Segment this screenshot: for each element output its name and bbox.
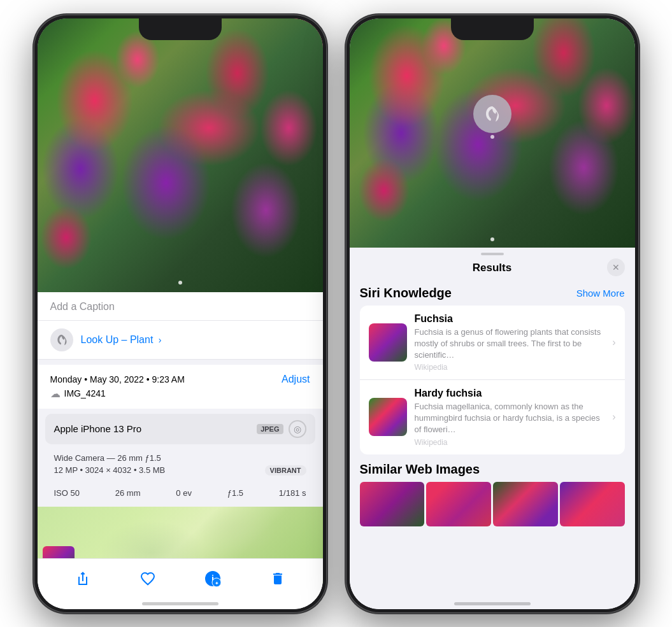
siri-bubble — [473, 95, 511, 133]
meta-filename-row: ☁ IMG_4241 — [50, 388, 310, 400]
meta-date: Monday • May 30, 2022 • 9:23 AM — [50, 374, 185, 384]
vibrant-badge: VIBRANT — [265, 465, 306, 476]
web-images-grid — [360, 482, 625, 526]
heart-icon — [140, 571, 155, 586]
exif-iso: ISO 50 — [54, 488, 80, 498]
bottom-toolbar: i ✦ — [38, 558, 323, 609]
results-header: Results ✕ — [350, 255, 635, 279]
flower-photo-right — [350, 18, 635, 248]
adjust-button[interactable]: Adjust — [282, 374, 310, 385]
close-button[interactable]: ✕ — [607, 258, 625, 276]
lookup-icon — [50, 328, 73, 351]
lookup-label: Look Up – Plant › — [81, 334, 162, 346]
lookup-subject: Plant — [130, 334, 153, 345]
caption-placeholder[interactable]: Add a Caption — [50, 301, 115, 312]
photo-area-right — [350, 18, 635, 248]
hardy-source: Wikipedia — [415, 438, 608, 447]
notch — [139, 18, 222, 40]
web-image-1[interactable] — [360, 482, 425, 526]
home-indicator-left — [142, 602, 218, 605]
share-button[interactable] — [69, 565, 97, 593]
left-screen: Add a Caption Look Up – Plant › — [38, 18, 323, 609]
hardy-chevron: › — [612, 411, 615, 423]
fuchsia-result-item[interactable]: Fuchsia Fuchsia is a genus of flowering … — [360, 306, 625, 380]
siri-leaf-icon — [482, 104, 503, 124]
web-image-4[interactable] — [560, 482, 625, 526]
camera-details: Wide Camera — 26 mm ƒ1.5 12 MP • 3024 × … — [45, 448, 315, 481]
show-more-button[interactable]: Show More — [576, 288, 625, 299]
meta-date-row: Monday • May 30, 2022 • 9:23 AM Adjust — [50, 374, 310, 385]
exif-shutter: 1/181 s — [279, 488, 306, 498]
page-dot-right — [490, 237, 494, 241]
share-icon — [75, 571, 90, 586]
notch-right — [451, 18, 534, 40]
cloud-icon: ☁ — [50, 388, 61, 400]
meta-section: Monday • May 30, 2022 • 9:23 AM Adjust ☁… — [38, 365, 323, 409]
meta-filename: IMG_4241 — [64, 388, 106, 398]
results-content: Siri Knowledge Show More Fuchsia — [350, 279, 635, 603]
fuchsia-name: Fuchsia — [415, 313, 608, 325]
device-section: Apple iPhone 13 Pro JPEG ◎ Wide Camera —… — [38, 414, 323, 503]
page-dot-left — [178, 281, 182, 285]
left-phone: Add a Caption Look Up – Plant › — [34, 15, 327, 613]
svg-text:✦: ✦ — [214, 581, 218, 586]
leaf-icon — [55, 334, 68, 346]
exif-focal: 26 mm — [115, 488, 141, 498]
device-row: Apple iPhone 13 Pro JPEG ◎ — [45, 414, 315, 444]
web-image-2[interactable] — [426, 482, 491, 526]
exif-aperture: ƒ1.5 — [227, 488, 243, 498]
info-icon: i ✦ — [203, 569, 222, 588]
hardy-fuchsia-result-item[interactable]: Hardy fuchsia Fuchsia magellanica, commo… — [360, 379, 625, 454]
right-phone: Results ✕ Siri Knowledge Show More — [346, 15, 639, 613]
web-image-3[interactable] — [493, 482, 558, 526]
fuchsia-chevron: › — [612, 337, 615, 348]
fuchsia-thumbnail — [369, 323, 407, 362]
caption-area[interactable]: Add a Caption — [38, 292, 323, 321]
hardy-thumbnail — [369, 398, 407, 436]
fuchsia-source: Wikipedia — [415, 363, 608, 372]
location-icon: ◎ — [289, 420, 306, 438]
phones-container: Add a Caption Look Up – Plant › — [21, 2, 652, 626]
web-images-section: Similar Web Images — [360, 462, 625, 526]
photo-area-left — [38, 18, 323, 292]
right-screen: Results ✕ Siri Knowledge Show More — [350, 18, 635, 609]
web-images-title: Similar Web Images — [360, 462, 625, 477]
device-name: Apple iPhone 13 Pro — [54, 423, 142, 434]
hardy-text: Hardy fuchsia Fuchsia magellanica, commo… — [415, 388, 608, 447]
jpeg-badge: JPEG — [257, 424, 283, 434]
results-title: Results — [473, 262, 511, 274]
close-icon: ✕ — [612, 262, 620, 272]
hardy-desc: Fuchsia magellanica, commonly known as t… — [415, 401, 608, 436]
device-badges: JPEG ◎ — [257, 420, 306, 438]
siri-knowledge-header: Siri Knowledge Show More — [360, 286, 625, 300]
camera-lens: Wide Camera — 26 mm ƒ1.5 — [54, 453, 306, 463]
results-panel: Results ✕ Siri Knowledge Show More — [350, 248, 635, 609]
fuchsia-thumb-img — [369, 323, 407, 362]
favorite-button[interactable] — [134, 565, 162, 593]
delete-button[interactable] — [264, 565, 292, 593]
siri-knowledge-card: Fuchsia Fuchsia is a genus of flowering … — [360, 306, 625, 454]
fuchsia-desc: Fuchsia is a genus of flowering plants t… — [415, 327, 608, 362]
lookup-chevron: › — [159, 335, 162, 345]
fuchsia-text: Fuchsia Fuchsia is a genus of flowering … — [415, 313, 608, 372]
flower-photo-left — [38, 18, 323, 292]
lookup-row[interactable]: Look Up – Plant › — [38, 321, 323, 360]
info-button[interactable]: i ✦ — [199, 565, 227, 593]
siri-knowledge-title: Siri Knowledge — [360, 286, 452, 300]
hardy-thumb-img — [369, 398, 407, 436]
trash-icon — [270, 571, 285, 586]
exif-ev: 0 ev — [176, 488, 192, 498]
hardy-name: Hardy fuchsia — [415, 388, 608, 399]
camera-resolution: 12 MP • 3024 × 4032 • 3.5 MB — [54, 465, 166, 475]
home-indicator-right — [454, 602, 531, 605]
siri-dot — [490, 135, 494, 139]
lookup-prefix: Look Up – — [81, 334, 127, 345]
camera-row2: 12 MP • 3024 × 4032 • 3.5 MB VIBRANT — [54, 465, 306, 476]
exif-row: ISO 50 26 mm 0 ev ƒ1.5 1/181 s — [45, 483, 315, 503]
